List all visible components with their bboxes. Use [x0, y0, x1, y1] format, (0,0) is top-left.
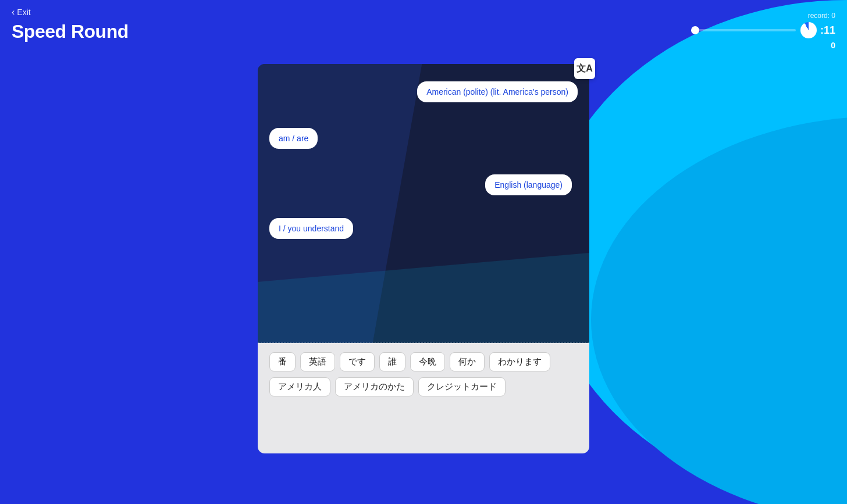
- timer-text: :11: [820, 24, 835, 37]
- chip-nanika[interactable]: 何か: [450, 352, 485, 371]
- exit-label: Exit: [17, 8, 30, 17]
- page-title: Speed Round: [12, 21, 691, 42]
- chip-amerikajin[interactable]: アメリカ人: [269, 377, 330, 396]
- word-chips-row1: 番英語です誰今晩何かわかります: [269, 352, 578, 371]
- chip-wakarimasu[interactable]: わかります: [489, 352, 550, 371]
- header: ‹ Exit Speed Round record: 0 :11 0: [0, 0, 847, 58]
- chat-bubble-1: American (polite) (lit. America's person…: [417, 81, 578, 102]
- chip-amerikanokata[interactable]: アメリカのかた: [335, 377, 414, 396]
- word-chips-row2: アメリカ人アメリカのかたクレジットカード: [269, 377, 578, 396]
- main-container: 文A American (polite) (lit. America's per…: [258, 64, 589, 453]
- chat-card: American (polite) (lit. America's person…: [258, 64, 589, 343]
- chat-bubble-4: I / you understand: [269, 218, 353, 239]
- progress-slider[interactable]: [691, 29, 796, 31]
- chip-eigo[interactable]: 英語: [300, 352, 335, 371]
- timer-display: :11: [800, 22, 835, 38]
- translate-button[interactable]: 文A: [574, 58, 595, 79]
- slider-thumb: [691, 26, 699, 34]
- timer-icon: [800, 22, 817, 38]
- answer-area: 番英語です誰今晩何かわかります アメリカ人アメリカのかたクレジットカード: [258, 343, 589, 453]
- header-left: ‹ Exit Speed Round: [12, 7, 691, 42]
- exit-button[interactable]: ‹ Exit: [12, 7, 691, 17]
- chevron-left-icon: ‹: [12, 7, 15, 17]
- chip-credit[interactable]: クレジットカード: [418, 377, 506, 396]
- score-value: 0: [831, 41, 835, 50]
- chip-ban[interactable]: 番: [269, 352, 296, 371]
- chat-bubble-3: English (language): [485, 174, 572, 195]
- record-label: record: 0: [808, 12, 835, 20]
- translate-icon: 文A: [576, 63, 593, 75]
- chat-bubbles: American (polite) (lit. America's person…: [258, 64, 589, 343]
- chat-bubble-2: am / are: [269, 128, 318, 149]
- chip-konban[interactable]: 今晩: [410, 352, 445, 371]
- chip-desu[interactable]: です: [340, 352, 375, 371]
- slider-row: :11: [691, 22, 835, 38]
- header-right: record: 0 :11 0: [691, 7, 835, 50]
- chip-dare[interactable]: 誰: [379, 352, 405, 371]
